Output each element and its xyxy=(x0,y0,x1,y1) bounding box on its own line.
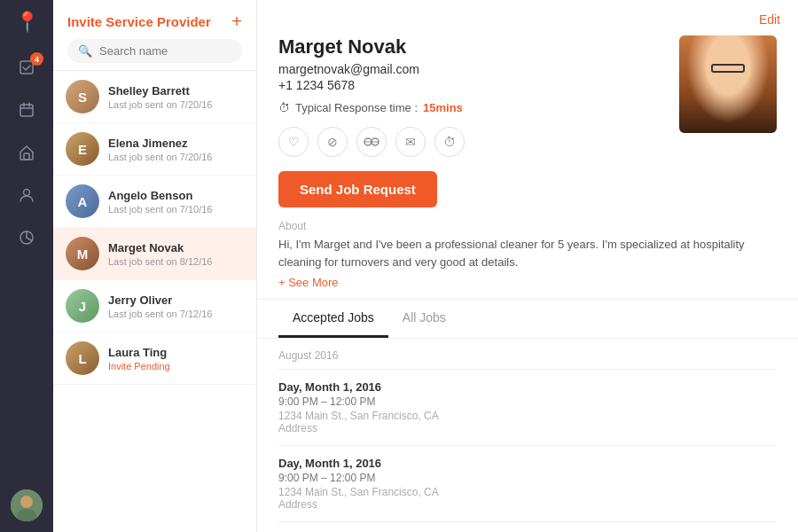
nav-badge: 4 xyxy=(30,52,43,66)
see-more-button[interactable]: + See More xyxy=(278,276,339,289)
jobs-section: August 2016 Day, Month 1, 2016 9:00 PM –… xyxy=(257,339,798,532)
contact-avatar: A xyxy=(66,184,99,218)
contact-sub: Last job sent on 7/20/16 xyxy=(108,152,244,162)
contact-info: Jerry Oliver Last job sent on 7/12/16 xyxy=(108,293,244,319)
job-time: 9:00 PM – 12:00 PM xyxy=(278,395,777,408)
contact-item[interactable]: M Marget Novak Last job sent on 8/12/16 xyxy=(53,228,256,280)
profile-name: Marget Novak xyxy=(278,35,661,59)
month-label: August 2016 xyxy=(278,339,777,370)
contact-info: Elena Jimenez Last job sent on 7/20/16 xyxy=(108,137,244,162)
about-section: About Hi, I'm Marget and I've been a pro… xyxy=(257,220,798,300)
job-address: 1234 Main St., San Francisco, CA xyxy=(278,410,777,422)
svg-rect-5 xyxy=(24,153,29,160)
panel-title: Invite Service Provider xyxy=(67,14,211,29)
svg-point-9 xyxy=(20,496,33,508)
svg-point-6 xyxy=(24,190,30,196)
contact-name: Shelley Barrett xyxy=(108,84,244,98)
svg-rect-1 xyxy=(20,105,33,116)
nav-calendar[interactable] xyxy=(7,92,46,128)
response-label: Typical Response time : xyxy=(295,101,418,114)
message-icon[interactable]: ✉ xyxy=(395,127,426,157)
send-job-button[interactable]: Send Job Request xyxy=(278,171,437,207)
nav-people[interactable] xyxy=(7,177,46,213)
profile-photo xyxy=(679,35,777,133)
contact-avatar: L xyxy=(66,341,99,375)
contact-avatar: S xyxy=(66,80,99,113)
profile-phone: +1 1234 5678 xyxy=(278,78,661,92)
edit-button[interactable]: Edit xyxy=(759,12,780,27)
contact-item[interactable]: S Shelley Barrett Last job sent on 7/20/… xyxy=(53,71,256,123)
about-text: Hi, I'm Marget and I've been a professio… xyxy=(278,236,777,270)
profile-section: Marget Novak margetnovak@gmail.com +1 12… xyxy=(257,27,798,220)
profile-email: margetnovak@gmail.com xyxy=(278,62,661,76)
view-icon[interactable] xyxy=(356,127,387,157)
contact-item[interactable]: E Elena Jimenez Last job sent on 7/20/16 xyxy=(53,123,256,176)
contact-sub: Last job sent on 7/10/16 xyxy=(108,204,244,215)
about-label: About xyxy=(278,220,777,232)
job-item: Day, Month 1, 2016 9:00 PM – 12:00 PM 12… xyxy=(278,522,777,532)
search-box: 🔍 xyxy=(67,39,242,63)
contact-name: Laura Ting xyxy=(108,346,244,359)
block-icon[interactable]: ⊘ xyxy=(317,127,348,157)
job-item: Day, Month 1, 2016 9:00 PM – 12:00 PM 12… xyxy=(278,370,777,446)
job-time: 9:00 PM – 12:00 PM xyxy=(278,472,777,484)
contact-info: Shelley Barrett Last job sent on 7/20/16 xyxy=(108,84,244,110)
profile-info: Marget Novak margetnovak@gmail.com +1 12… xyxy=(278,35,661,207)
response-value: 15mins xyxy=(423,101,463,114)
contact-list: S Shelley Barrett Last job sent on 7/20/… xyxy=(53,71,256,532)
nav-tasks[interactable]: 4 xyxy=(7,50,46,85)
job-date: Day, Month 1, 2016 xyxy=(278,380,777,394)
clock-icon: ⏱ xyxy=(278,101,290,114)
nav-sidebar: 📍 4 xyxy=(0,0,53,532)
contact-sub: Invite Pending xyxy=(108,361,244,372)
nav-home[interactable] xyxy=(7,135,46,170)
search-icon: 🔍 xyxy=(78,44,92,58)
app-logo: 📍 xyxy=(15,11,39,34)
response-time: ⏱ Typical Response time : 15mins xyxy=(278,101,661,114)
contact-item[interactable]: L Laura Ting Invite Pending xyxy=(53,332,256,385)
job-address2: Address xyxy=(278,498,777,511)
action-icons: ♡ ⊘ ✉ ⏱ xyxy=(278,127,661,157)
contact-info: Laura Ting Invite Pending xyxy=(108,346,244,372)
job-item: Day, Month 1, 2016 9:00 PM – 12:00 PM 12… xyxy=(278,446,777,522)
left-panel-header: Invite Service Provider + 🔍 xyxy=(53,0,256,71)
main-content: Edit Marget Novak margetnovak@gmail.com … xyxy=(257,0,798,532)
nav-reports[interactable] xyxy=(7,220,46,255)
contact-avatar: E xyxy=(66,132,99,166)
tab-all-jobs[interactable]: All Jobs xyxy=(388,300,460,338)
history-icon[interactable]: ⏱ xyxy=(434,127,465,157)
tabs-section: Accepted Jobs All Jobs xyxy=(257,300,798,339)
favorite-icon[interactable]: ♡ xyxy=(278,127,309,157)
contact-sub: Last job sent on 7/20/16 xyxy=(108,99,244,110)
tab-accepted-jobs[interactable]: Accepted Jobs xyxy=(278,300,388,338)
contact-name: Elena Jimenez xyxy=(108,137,244,150)
contact-info: Angelo Benson Last job sent on 7/10/16 xyxy=(108,189,244,215)
job-date: Day, Month 1, 2016 xyxy=(278,457,777,470)
contact-sub: Last job sent on 7/12/16 xyxy=(108,309,244,319)
user-avatar[interactable] xyxy=(11,489,43,521)
contact-item[interactable]: J Jerry Oliver Last job sent on 7/12/16 xyxy=(53,280,256,332)
left-panel: Invite Service Provider + 🔍 S Shelley Ba… xyxy=(53,0,257,532)
contact-info: Marget Novak Last job sent on 8/12/16 xyxy=(108,241,244,267)
contact-sub: Last job sent on 8/12/16 xyxy=(108,256,244,267)
contact-name: Angelo Benson xyxy=(108,189,244,202)
job-address2: Address xyxy=(278,422,777,434)
contact-name: Jerry Oliver xyxy=(108,293,244,307)
search-input[interactable] xyxy=(99,44,231,58)
contact-avatar: M xyxy=(66,237,99,270)
main-header: Edit xyxy=(257,0,798,27)
contact-avatar: J xyxy=(66,289,99,323)
job-address: 1234 Main St., San Francisco, CA xyxy=(278,486,777,498)
add-provider-button[interactable]: + xyxy=(231,12,242,30)
contact-name: Marget Novak xyxy=(108,241,244,254)
contact-item[interactable]: A Angelo Benson Last job sent on 7/10/16 xyxy=(53,176,256,228)
